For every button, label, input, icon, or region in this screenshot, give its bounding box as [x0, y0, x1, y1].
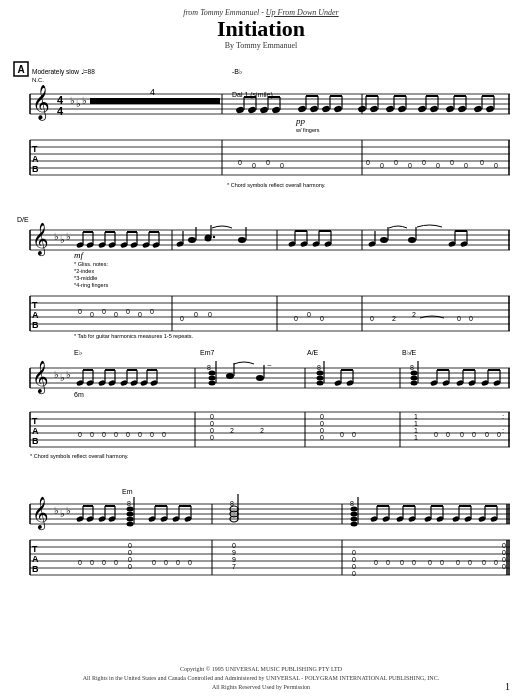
svg-text:0: 0 [494, 162, 498, 169]
svg-text:0: 0 [436, 162, 440, 169]
svg-point-41 [369, 105, 379, 113]
svg-text:*2-index: *2-index [74, 268, 94, 274]
svg-text:0: 0 [464, 162, 468, 169]
svg-point-34 [321, 105, 331, 113]
svg-text:𝄞: 𝄞 [32, 222, 49, 257]
svg-text:0: 0 [180, 315, 184, 322]
svg-text:Em: Em [122, 488, 133, 495]
svg-text:8: 8 [350, 500, 354, 507]
svg-text:♭: ♭ [60, 508, 65, 519]
svg-text:0: 0 [502, 556, 506, 563]
svg-point-130 [188, 237, 196, 243]
svg-text:𝄞: 𝄞 [32, 360, 49, 395]
svg-text:0: 0 [307, 311, 311, 318]
header: from Tommy Emmanuel - Up From Down Under… [12, 8, 510, 50]
svg-text:0: 0 [457, 315, 461, 322]
system-2: D/E 𝄞 ♭ ♭ ♭ [12, 200, 510, 340]
svg-point-257 [411, 381, 418, 386]
svg-text:~: ~ [267, 361, 272, 370]
svg-text:♭: ♭ [60, 372, 65, 383]
svg-text:0: 0 [340, 431, 344, 438]
svg-text:0: 0 [450, 159, 454, 166]
svg-text:0: 0 [194, 311, 198, 318]
svg-text:0: 0 [208, 311, 212, 318]
svg-text:A: A [32, 154, 39, 164]
svg-text:0: 0 [370, 315, 374, 322]
svg-text::: : [502, 412, 504, 421]
svg-point-29 [297, 105, 307, 113]
svg-text:T: T [32, 144, 38, 154]
svg-text:0: 0 [90, 559, 94, 566]
svg-point-370 [351, 512, 358, 517]
svg-text:0: 0 [150, 308, 154, 315]
svg-point-348 [127, 507, 134, 512]
svg-point-369 [351, 507, 358, 512]
composer: By Tommy Emmanuel [12, 41, 510, 50]
svg-point-372 [351, 522, 358, 527]
svg-point-51 [429, 105, 439, 113]
svg-text:0: 0 [126, 308, 130, 315]
svg-text:0: 0 [320, 420, 324, 427]
svg-point-56 [457, 105, 467, 113]
svg-text:D/E: D/E [17, 216, 29, 223]
system-4: Em 𝄞 ♭ ♭ ♭ [12, 480, 510, 598]
page: from Tommy Emmanuel - Up From Down Under… [0, 0, 522, 696]
svg-text:♭: ♭ [82, 95, 87, 106]
svg-text:0: 0 [412, 559, 416, 566]
system-3: E♭ Em7 A/E B♭/E 𝄞 ♭ ♭ ♭ [12, 340, 510, 480]
svg-text:0: 0 [434, 431, 438, 438]
svg-text:0: 0 [456, 559, 460, 566]
svg-point-241 [256, 375, 264, 381]
svg-text:B♭/E: B♭/E [402, 349, 417, 356]
svg-text:0: 0 [232, 542, 236, 549]
svg-text:0: 0 [380, 162, 384, 169]
svg-text:0: 0 [386, 559, 390, 566]
svg-text:0: 0 [352, 563, 356, 570]
svg-point-44 [385, 105, 395, 113]
svg-text:1: 1 [414, 413, 418, 420]
svg-text:0: 0 [494, 559, 498, 566]
svg-text:0: 0 [78, 559, 82, 566]
svg-text:2: 2 [412, 311, 416, 318]
svg-text:0: 0 [126, 431, 130, 438]
svg-point-26 [271, 106, 281, 114]
svg-text:0: 0 [102, 308, 106, 315]
svg-text:0: 0 [114, 311, 118, 318]
svg-text:0: 0 [210, 413, 214, 420]
svg-point-256 [411, 376, 418, 381]
svg-text:0: 0 [266, 159, 270, 166]
svg-text:* Chord symbols reflect overal: * Chord symbols reflect overall harmony. [30, 453, 129, 459]
svg-text:0: 0 [366, 159, 370, 166]
svg-point-236 [209, 376, 216, 381]
svg-text:A: A [32, 554, 39, 564]
svg-text:0: 0 [320, 427, 324, 434]
svg-text:0: 0 [394, 159, 398, 166]
svg-text:0: 0 [468, 559, 472, 566]
svg-text:0: 0 [128, 549, 132, 556]
svg-point-151 [408, 237, 416, 243]
svg-text:T: T [32, 300, 38, 310]
svg-text:0: 0 [280, 162, 284, 169]
svg-text:B: B [32, 436, 39, 446]
svg-text:𝄞: 𝄞 [32, 496, 49, 531]
svg-point-349 [127, 512, 134, 517]
copyright-line1: Copyright © 1995 UNIVERSAL MUSIC PUBLISH… [0, 665, 522, 674]
svg-point-46 [397, 105, 407, 113]
svg-text:0: 0 [374, 559, 378, 566]
svg-text:2: 2 [230, 427, 234, 434]
svg-point-36 [333, 105, 343, 113]
svg-text:0: 0 [138, 431, 142, 438]
svg-point-49 [417, 105, 427, 113]
svg-text:0: 0 [210, 434, 214, 441]
svg-text:6m: 6m [74, 391, 84, 398]
svg-text:0: 0 [428, 559, 432, 566]
svg-text:♭: ♭ [54, 505, 59, 516]
svg-text:0: 0 [128, 563, 132, 570]
svg-text:0: 0 [460, 431, 464, 438]
svg-text:0: 0 [102, 431, 106, 438]
svg-text:*3-middle: *3-middle [74, 275, 97, 281]
svg-text:𝄞: 𝄞 [32, 85, 50, 121]
svg-text:0: 0 [352, 556, 356, 563]
svg-text:8: 8 [127, 500, 131, 507]
svg-text:E♭: E♭ [74, 349, 82, 356]
